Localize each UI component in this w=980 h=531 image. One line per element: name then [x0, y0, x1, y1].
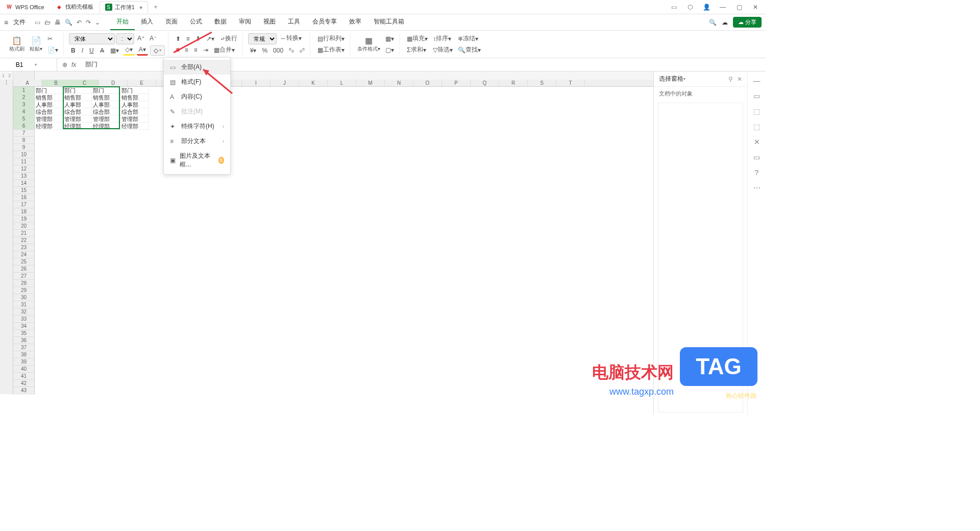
- eraser-menu-item[interactable]: ▤格式(F): [164, 75, 230, 89]
- row-header[interactable]: 37: [13, 344, 34, 351]
- row-header[interactable]: 6: [13, 123, 34, 130]
- tab-template[interactable]: ◆找稻壳模板: [51, 1, 99, 13]
- avatar-icon[interactable]: 👤: [701, 4, 712, 11]
- col-header[interactable]: A: [13, 80, 42, 86]
- eraser-menu-item[interactable]: ▣图片及文本框...$: [164, 149, 230, 172]
- row-header[interactable]: 31: [13, 301, 34, 308]
- row-header[interactable]: 1: [13, 87, 34, 94]
- align-middle-icon[interactable]: ≡: [184, 34, 192, 44]
- decimal-dec-icon[interactable]: ₀⁰: [298, 45, 307, 56]
- cell[interactable]: 人事部: [63, 101, 92, 108]
- menu-tab-2[interactable]: 页面: [159, 14, 184, 30]
- name-box[interactable]: ▾: [0, 58, 57, 71]
- window-icon-1[interactable]: ▭: [669, 4, 679, 11]
- cell-ref-input[interactable]: [4, 61, 35, 68]
- row-header[interactable]: 36: [13, 337, 34, 344]
- menu-tab-10[interactable]: 智能工具箱: [368, 14, 410, 30]
- row-header[interactable]: 25: [13, 258, 34, 266]
- tab-workbook[interactable]: S工作簿1●: [100, 1, 149, 13]
- align-bottom-icon[interactable]: ⬇: [193, 34, 203, 44]
- file-menu[interactable]: 文件: [13, 18, 26, 27]
- cell[interactable]: 部门: [120, 87, 149, 94]
- cell[interactable]: 人事部: [92, 101, 120, 108]
- menu-tab-9[interactable]: 效率: [343, 14, 368, 30]
- search-icon[interactable]: 🔍: [709, 19, 717, 26]
- format-painter-button[interactable]: 📋格式刷: [7, 34, 27, 55]
- col-header[interactable]: T: [556, 80, 585, 86]
- close-button[interactable]: ✕: [750, 4, 761, 11]
- row-header[interactable]: 4: [13, 108, 34, 115]
- side-icon-2[interactable]: ⬚: [753, 107, 760, 115]
- more-icon[interactable]: ⌄: [95, 19, 100, 26]
- increase-font-icon[interactable]: A⁺: [135, 33, 146, 43]
- cloud-icon[interactable]: ☁: [722, 19, 728, 26]
- row-header[interactable]: 23: [13, 244, 34, 251]
- row-header[interactable]: 14: [13, 180, 34, 187]
- side-icon-4[interactable]: ✕: [754, 138, 760, 146]
- new-icon[interactable]: ▭: [35, 19, 40, 26]
- font-name-select[interactable]: 宋体: [69, 33, 115, 44]
- fill-button[interactable]: ▦ 填充▾: [405, 34, 430, 44]
- convert-button[interactable]: ↔ 转换▾: [278, 33, 304, 43]
- eraser-menu-item[interactable]: ▭全部(A): [164, 60, 230, 75]
- col-header[interactable]: J: [271, 80, 299, 86]
- cell[interactable]: 人事部: [120, 101, 149, 108]
- cell[interactable]: 综合部: [92, 108, 120, 115]
- cell[interactable]: 管理部: [92, 115, 120, 123]
- print-icon[interactable]: 🖶: [55, 19, 61, 26]
- pin-icon[interactable]: ⚲: [728, 76, 733, 83]
- fx-icon[interactable]: fx: [71, 61, 76, 68]
- row-header[interactable]: 43: [13, 387, 34, 394]
- undo-icon[interactable]: ↶: [77, 19, 82, 26]
- select-icon[interactable]: ▭: [753, 92, 760, 100]
- row-header[interactable]: 20: [13, 223, 34, 230]
- row-header[interactable]: 33: [13, 316, 34, 323]
- sort-button[interactable]: ↕ 排序▾: [431, 34, 455, 44]
- align-left-icon[interactable]: ≡: [174, 45, 181, 55]
- wrap-button[interactable]: ⤶ 换行: [218, 34, 239, 44]
- side-icon-5[interactable]: ▭: [753, 153, 760, 161]
- tab-wps[interactable]: WWPS Office: [1, 1, 50, 13]
- row-header[interactable]: 39: [13, 358, 34, 366]
- cut-icon[interactable]: ✂: [45, 34, 60, 44]
- cond-format-button[interactable]: ▦条件格式▾: [355, 34, 382, 55]
- tab-add-button[interactable]: ＋: [153, 3, 159, 11]
- menu-tab-8[interactable]: 会员专享: [306, 14, 343, 30]
- paste-button[interactable]: 📄粘贴▾: [28, 34, 44, 55]
- menu-tab-1[interactable]: 插入: [135, 14, 159, 30]
- row-header[interactable]: 30: [13, 294, 34, 301]
- row-header[interactable]: 42: [13, 380, 34, 387]
- italic-icon[interactable]: I: [80, 45, 85, 56]
- maximize-button[interactable]: ▢: [734, 4, 744, 11]
- cell[interactable]: 人事部: [35, 101, 63, 108]
- worksheet-button[interactable]: ▦ 工作表▾: [315, 45, 347, 55]
- row-header[interactable]: 28: [13, 280, 34, 287]
- col-header[interactable]: C: [70, 80, 99, 86]
- row-header[interactable]: 17: [13, 201, 34, 208]
- menu-tab-7[interactable]: 工具: [282, 14, 306, 30]
- decimal-inc-icon[interactable]: ⁰₀: [287, 45, 296, 56]
- row-header[interactable]: 19: [13, 215, 34, 223]
- row-header[interactable]: 38: [13, 351, 34, 358]
- col-header[interactable]: O: [413, 80, 442, 86]
- row-header[interactable]: 7: [13, 130, 34, 137]
- eraser-menu-item[interactable]: A内容(C): [164, 89, 230, 104]
- rowcol-button[interactable]: ▤ 行和列▾: [315, 34, 347, 44]
- col-header[interactable]: S: [528, 80, 556, 86]
- copy-icon[interactable]: 📄▾: [45, 45, 60, 55]
- col-header[interactable]: P: [442, 80, 471, 86]
- cell[interactable]: 经理部: [63, 123, 92, 130]
- preview-icon[interactable]: 🔍: [65, 19, 72, 26]
- hamburger-icon[interactable]: ≡: [4, 18, 8, 27]
- filter-button[interactable]: ▽ 筛选▾: [431, 45, 455, 55]
- row-header[interactable]: 9: [13, 144, 34, 151]
- indent-icon[interactable]: ⇥: [201, 45, 210, 55]
- cell[interactable]: 部门: [63, 87, 92, 94]
- cell[interactable]: 管理部: [120, 115, 149, 123]
- freeze-button[interactable]: ❄ 冻结▾: [456, 34, 483, 44]
- row-header[interactable]: 27: [13, 273, 34, 280]
- cell[interactable]: 销售部: [120, 94, 149, 101]
- underline-icon[interactable]: U: [87, 45, 96, 56]
- minimize-button[interactable]: —: [718, 4, 728, 11]
- eraser-menu-item[interactable]: ≡部分文本›: [164, 134, 230, 149]
